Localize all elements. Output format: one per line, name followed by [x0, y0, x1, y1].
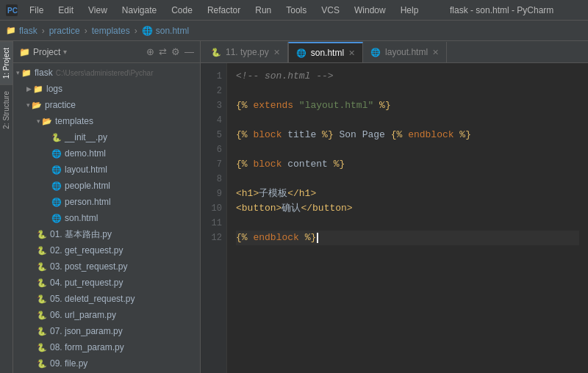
menu-file[interactable]: File: [26, 4, 46, 17]
tab-file-icon: 🐍: [211, 48, 221, 57]
python-file-icon: 🐍: [37, 278, 47, 288]
menu-help[interactable]: Help: [398, 4, 422, 17]
menu-vcs[interactable]: VCS: [318, 4, 343, 17]
menu-navigate[interactable]: Navigate: [119, 4, 159, 17]
menu-edit[interactable]: Edit: [55, 4, 76, 17]
breadcrumb-templates[interactable]: templates: [92, 26, 130, 36]
menu-window[interactable]: Window: [351, 4, 389, 17]
tree-item-09-py[interactable]: 🐍 09. file.py: [13, 355, 200, 372]
window-title: flask - son.html - PyCharm: [421, 5, 582, 15]
breadcrumb-icon-flask: 📁: [6, 26, 16, 35]
vtab-structure[interactable]: 2: Structure: [0, 84, 12, 135]
menu-tools[interactable]: Tools: [283, 4, 309, 17]
sidebar-settings-icon[interactable]: ⚙: [171, 46, 180, 57]
editor-area: 🐍 11. type.py ✕ 🌐 son.html ✕ 🌐 layout.ht…: [201, 41, 588, 373]
tree-item-logs[interactable]: ▶ 📁 logs: [13, 81, 200, 97]
sidebar-title: Project: [33, 47, 60, 57]
tree-item-08-py[interactable]: 🐍 08. form_param.py: [13, 339, 200, 355]
python-file-icon: 🐍: [37, 230, 47, 239]
sidebar: 📁 Project ▾ ⊕ ⇄ ⚙ — ▾ 📁 flask C:\Users\a…: [13, 41, 201, 373]
html-file-icon: 🌐: [51, 214, 62, 223]
menu-run[interactable]: Run: [252, 4, 274, 17]
breadcrumb-filename[interactable]: son.html: [156, 26, 189, 36]
tree-label-02-py: 02. get_request.py: [50, 245, 123, 256]
code-editor[interactable]: 1 2 3 4 5 6 7 8 9 10 11 12 <!-- son.html…: [201, 63, 588, 373]
tab-close-son-html[interactable]: ✕: [348, 48, 355, 58]
folder-open-icon: 📂: [42, 117, 52, 126]
html-file-icon: 🌐: [51, 198, 62, 207]
sidebar-collapse-icon[interactable]: —: [184, 46, 194, 57]
menu-code[interactable]: Code: [168, 4, 196, 17]
sidebar-folder-icon: 📁: [19, 47, 30, 57]
python-file-icon: 🐍: [37, 359, 47, 369]
tree-label-logs: logs: [46, 84, 62, 94]
tab-label-son-html: son.html: [311, 48, 344, 58]
menu-refactor[interactable]: Refactor: [204, 4, 243, 17]
python-file-icon: 🐍: [37, 294, 47, 304]
breadcrumb-flask[interactable]: flask: [19, 26, 37, 36]
tree-label-layout-html: layout.html: [65, 164, 107, 175]
tree-item-07-py[interactable]: 🐍 07. json_param.py: [13, 323, 200, 339]
tree-item-02-py[interactable]: 🐍 02. get_request.py: [13, 242, 200, 258]
tree-label-05-py: 05. deletd_request.py: [50, 294, 135, 304]
code-content[interactable]: <!-- son.html --> {% extends "layout.htm…: [227, 63, 588, 373]
tree-item-practice[interactable]: ▾ 📂 practice: [13, 97, 200, 113]
html-file-icon: 🌐: [51, 181, 62, 191]
tab-son-html[interactable]: 🌐 son.html ✕: [288, 42, 363, 62]
tree-label-son-html: son.html: [65, 213, 98, 223]
tab-close-layout-html[interactable]: ✕: [432, 48, 439, 57]
tree-item-son-html[interactable]: 🌐 son.html: [13, 210, 200, 226]
sidebar-dropdown-icon[interactable]: ▾: [63, 48, 67, 56]
arrow-icon: ▾: [37, 117, 40, 125]
tree-item-templates[interactable]: ▾ 📂 templates: [13, 113, 200, 129]
tree-label-people-html: people.html: [65, 181, 110, 191]
tab-label-layout-html: layout.html: [385, 47, 428, 57]
tree-item-06-py[interactable]: 🐍 06. url_param.py: [13, 307, 200, 323]
tab-file-icon: 🌐: [296, 48, 306, 58]
tree-item-init-py[interactable]: 🐍 __init__.py: [13, 129, 200, 145]
arrow-icon: ▾: [26, 101, 30, 109]
tree-label-person-html: person.html: [65, 197, 111, 207]
tree-item-people-html[interactable]: 🌐 people.html: [13, 178, 200, 194]
sidebar-header: 📁 Project ▾ ⊕ ⇄ ⚙ —: [13, 41, 200, 63]
flask-path: C:\Users\administered\Pychar: [56, 69, 154, 77]
tab-file-icon: 🌐: [370, 48, 381, 57]
vtab-project[interactable]: 1: Project: [0, 41, 12, 84]
python-file-icon: 🐍: [37, 311, 47, 320]
breadcrumb-file-icon: 🌐: [142, 26, 153, 36]
sidebar-sync-icon[interactable]: ⇄: [159, 46, 167, 57]
menu-bar: File Edit View Navigate Code Refactor Ru…: [26, 4, 421, 17]
tree-item-01-py[interactable]: 🐍 01. 基本路由.py: [13, 226, 200, 242]
tree-item-03-py[interactable]: 🐍 03. post_request.py: [13, 258, 200, 275]
python-file-icon: 🐍: [37, 327, 47, 336]
tab-close-type-py[interactable]: ✕: [273, 48, 280, 57]
html-file-icon: 🌐: [51, 149, 62, 159]
main-layout: 1: Project 2: Structure 📁 Project ▾ ⊕ ⇄ …: [0, 41, 588, 373]
tree-label-flask: flask: [35, 68, 53, 78]
tree-item-demo-html[interactable]: 🌐 demo.html: [13, 145, 200, 162]
tree-item-person-html[interactable]: 🌐 person.html: [13, 194, 200, 210]
left-panel-tabs: 1: Project 2: Structure: [0, 41, 13, 373]
tree-label-08-py: 08. form_param.py: [50, 342, 124, 352]
folder-open-icon: 📂: [32, 101, 42, 110]
python-file-icon: 🐍: [37, 262, 47, 272]
app-icon: PC: [6, 4, 18, 16]
python-file-icon: 🐍: [37, 246, 47, 256]
folder-icon: 📁: [33, 84, 43, 94]
tree-label-demo-html: demo.html: [65, 148, 106, 159]
tree-item-04-py[interactable]: 🐍 04. put_request.py: [13, 275, 200, 291]
tree-label-07-py: 07. json_param.py: [50, 326, 123, 336]
tree-label-06-py: 06. url_param.py: [50, 310, 116, 320]
folder-icon: 📁: [21, 68, 32, 78]
tree-item-flask-root[interactable]: ▾ 📁 flask C:\Users\administered\Pychar: [13, 65, 200, 81]
tab-layout-html[interactable]: 🌐 layout.html ✕: [363, 42, 447, 62]
tab-type-py[interactable]: 🐍 11. type.py ✕: [204, 42, 288, 62]
tree-item-05-py[interactable]: 🐍 05. deletd_request.py: [13, 291, 200, 307]
menu-view[interactable]: View: [85, 4, 110, 17]
sidebar-add-icon[interactable]: ⊕: [146, 46, 154, 57]
tree-item-layout-html[interactable]: 🌐 layout.html: [13, 162, 200, 178]
python-file-icon: 🐍: [51, 133, 62, 142]
breadcrumb-practice[interactable]: practice: [49, 26, 80, 36]
breadcrumb: 📁 flask › practice › templates › 🌐 son.h…: [0, 21, 588, 41]
tree-label-04-py: 04. put_request.py: [50, 278, 123, 288]
